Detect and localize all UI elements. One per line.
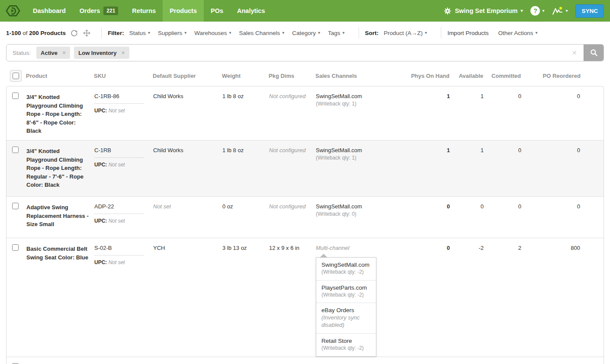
filter-status[interactable]: Status▾ xyxy=(129,30,150,36)
chevron-down-icon: ▾ xyxy=(282,31,284,35)
sort-dropdown[interactable]: Product (A→Z)▾ xyxy=(384,30,427,36)
list-toolbar: 1-100 of 200 Products Filter: Status▾ Su… xyxy=(0,22,610,44)
filter-tags[interactable]: Tags▾ xyxy=(328,30,345,36)
nav-returns-label: Returns xyxy=(132,7,156,14)
col-sku: SKU xyxy=(94,70,153,79)
committed-value: 2 xyxy=(484,238,521,251)
sales-channels-cell: Multi-channel xyxy=(316,357,409,364)
nav-dashboard-label: Dashboard xyxy=(33,7,66,14)
filter-suppliers[interactable]: Suppliers▾ xyxy=(158,30,186,36)
col-sales-channels: Sales Channels xyxy=(315,70,408,79)
select-all-checkbox-input[interactable] xyxy=(13,73,19,79)
filter-label: Filter: xyxy=(108,30,124,36)
chevron-down-icon: ▾ xyxy=(565,9,568,13)
nav-products-label: Products xyxy=(170,7,197,14)
weight: 0 oz xyxy=(222,197,269,210)
popover-channel: eBay Orders (Inventory sync disabled) xyxy=(316,303,376,334)
product-name-link[interactable]: 3/4" Knotted Playground Climbing Rope - … xyxy=(26,86,94,135)
phys-on-hand-value: 0 xyxy=(409,197,450,210)
multi-channel-toggle[interactable]: Multi-channel xyxy=(316,245,405,251)
sync-button[interactable]: SYNC xyxy=(575,4,604,18)
filter-chip-low-inventory[interactable]: Low Inventory × xyxy=(74,47,129,59)
product-name-link[interactable]: Basic Commercial Belt Swing Seat Color: … xyxy=(26,238,94,262)
clear-search-icon[interactable]: × xyxy=(572,48,577,57)
product-name-link[interactable]: Adaptive Swing Replacement Harness - Siz… xyxy=(26,197,94,229)
sku-value[interactable]: S-02-B xyxy=(94,245,144,255)
product-name-link[interactable]: 3/4" Knotted Playground Climbing Rope - … xyxy=(26,140,94,189)
upc-line: UPC: Not set xyxy=(94,162,150,168)
filter-category[interactable]: Category▾ xyxy=(292,30,320,36)
sku-value[interactable]: C-1RB xyxy=(94,147,144,158)
help-menu[interactable]: ? ▾ xyxy=(530,6,544,16)
search-input[interactable] xyxy=(129,45,572,61)
table-row: Adaptive Swing Replacement Harness - Siz… xyxy=(6,196,604,238)
filter-sales-channels[interactable]: Sales Channels▾ xyxy=(239,30,285,36)
row-checkbox[interactable] xyxy=(12,203,19,209)
phys-on-hand-value: 1 xyxy=(409,140,450,153)
nav-orders[interactable]: Orders221 xyxy=(73,0,125,22)
activity-menu[interactable]: ▾ xyxy=(552,6,568,16)
pkg-dims: Not configured xyxy=(269,86,316,99)
chevron-down-icon: ▾ xyxy=(425,31,427,35)
divider xyxy=(441,27,441,38)
upc-line: UPC: Not set xyxy=(94,108,150,114)
app-logo-icon[interactable] xyxy=(0,0,26,22)
divider xyxy=(101,27,102,38)
writeback-qty: (Writeback qty: 0) xyxy=(316,211,405,217)
row-checkbox[interactable] xyxy=(12,244,19,251)
available-value: 1 xyxy=(450,86,484,99)
pkg-dims: Not configured xyxy=(269,140,316,153)
pkg-dims: Not configured xyxy=(269,357,316,364)
search-button[interactable] xyxy=(584,44,604,61)
writeback-qty: (Writeback qty: -2) xyxy=(321,269,371,276)
committed-value: 0 xyxy=(484,140,521,153)
channel-name: SwingSetMall.com xyxy=(316,203,405,210)
po-reordered-value: 0 xyxy=(521,140,604,153)
writeback-qty: (Writeback qty: -2) xyxy=(321,345,371,352)
nav-returns[interactable]: Returns xyxy=(125,0,163,22)
col-phys-on-hand: Phys On Hand xyxy=(408,70,449,79)
nav-analytics[interactable]: Analytics xyxy=(230,0,272,22)
chevron-down-icon: ▾ xyxy=(318,31,320,35)
pkg-dims: Not configured xyxy=(269,197,316,210)
chip-remove-icon[interactable]: × xyxy=(62,49,66,56)
available-value: -2 xyxy=(450,238,484,251)
product-name-link[interactable]: Basic Commercial Belt xyxy=(26,357,94,364)
chevron-down-icon: ▾ xyxy=(542,9,544,13)
sync-disabled-note: (Inventory sync disabled) xyxy=(321,314,371,329)
popover-channel: PlaysetParts.com (Writeback qty: -2) xyxy=(316,281,376,303)
chevron-down-icon: ▾ xyxy=(148,31,150,35)
sku-value[interactable]: ADP-22 xyxy=(94,203,144,214)
refresh-icon[interactable] xyxy=(70,29,78,37)
nav-dashboard[interactable]: Dashboard xyxy=(26,0,73,22)
sort-label: Sort: xyxy=(365,30,379,36)
search-prefix-label: Status: xyxy=(13,50,31,56)
writeback-qty: (Writeback qty: 1) xyxy=(316,155,405,161)
channel-name: SwingSetMall.com xyxy=(316,93,405,99)
chip-remove-icon[interactable]: × xyxy=(121,49,125,56)
default-supplier: Child Works xyxy=(153,140,222,153)
products-table: Product SKU Default Supplier Weight Pkg … xyxy=(6,67,604,364)
count-total: 200 Products xyxy=(29,30,66,36)
pkg-dims: 12 x 9 x 6 in xyxy=(269,238,316,251)
nav-orders-label: Orders xyxy=(80,7,100,14)
nav-products[interactable]: Products xyxy=(163,0,204,22)
account-name: Swing Set Emporium xyxy=(455,7,517,14)
import-products-link[interactable]: Import Products xyxy=(447,30,488,36)
row-checkbox[interactable] xyxy=(12,147,19,153)
filter-warehouses[interactable]: Warehouses▾ xyxy=(194,30,231,36)
other-actions-dropdown[interactable]: Other Actions▾ xyxy=(498,30,537,36)
weight: 10 lb xyxy=(222,357,269,364)
nav-pos-label: POs xyxy=(211,7,223,14)
sku-value[interactable]: C-1RB-86 xyxy=(94,93,144,104)
account-menu[interactable]: Swing Set Emporium ▾ xyxy=(443,7,523,15)
sales-channels-popover: SwingSetMall.com (Writeback qty: -2) Pla… xyxy=(316,257,376,357)
col-po-reordered: PO Reordered xyxy=(521,70,604,79)
expand-arrows-icon[interactable] xyxy=(83,29,91,37)
row-checkbox[interactable] xyxy=(12,93,19,99)
filter-chip-active[interactable]: Active × xyxy=(36,47,70,59)
nav-pos[interactable]: POs xyxy=(204,0,230,22)
phys-on-hand-value: 0 xyxy=(409,357,450,364)
select-all-checkbox[interactable] xyxy=(10,70,22,82)
default-supplier: Not set xyxy=(153,197,222,210)
